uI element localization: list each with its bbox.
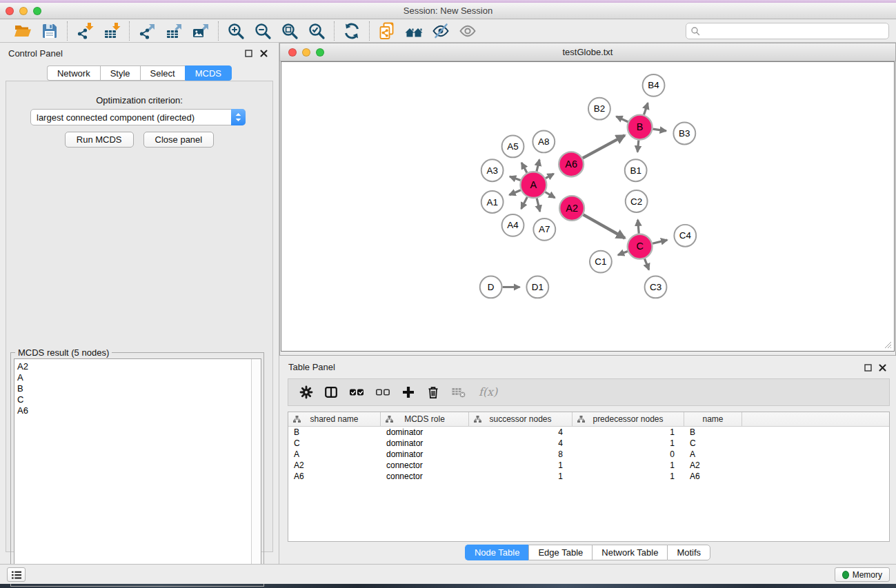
graph-node-B2[interactable]: B2	[588, 98, 610, 120]
graph-node-D[interactable]: D	[480, 276, 502, 298]
tab-network-table[interactable]: Network Table	[592, 545, 667, 560]
table-row[interactable]: A6connector11A6	[288, 471, 889, 482]
graph-node-C2[interactable]: C2	[626, 190, 648, 212]
graph-edge-B-B3[interactable]	[653, 129, 666, 131]
close-panel-button[interactable]: Close panel	[143, 132, 215, 148]
graph-node-C4[interactable]: C4	[674, 225, 696, 247]
search-box[interactable]	[686, 23, 889, 39]
graph-edge-B-B1[interactable]	[637, 140, 639, 152]
graph-edge-B-B2[interactable]	[616, 116, 628, 122]
graph-node-A3[interactable]: A3	[481, 159, 504, 181]
graph-edge-C-C2[interactable]	[638, 220, 639, 234]
graph-edge-A-A2[interactable]	[545, 192, 555, 198]
float-table-panel-icon[interactable]	[863, 363, 873, 373]
table-row[interactable]: Bdominator41B	[288, 427, 889, 438]
export-table-button[interactable]	[163, 21, 185, 41]
show-columns-button[interactable]	[324, 384, 338, 401]
column-header-shared-name[interactable]: shared name	[288, 412, 381, 426]
graph-node-C[interactable]: C	[628, 234, 653, 259]
import-network-button[interactable]	[74, 21, 96, 41]
graph-edge-C-C1[interactable]	[618, 251, 628, 254]
graph-edge-A-A8[interactable]	[537, 160, 539, 172]
network-canvas[interactable]: AA1A2A3A4A5A6A7A8BB1B2B3B4CC1C2C3C4DD1	[281, 61, 895, 352]
graph-edge-A-A1[interactable]	[509, 190, 521, 195]
graph-edge-A2-C[interactable]	[584, 214, 625, 238]
column-header-name[interactable]: name	[684, 412, 742, 426]
graph-node-A8[interactable]: A8	[532, 131, 555, 153]
tab-motifs[interactable]: Motifs	[667, 545, 710, 560]
graph-node-C1[interactable]: C1	[590, 251, 612, 273]
open-file-button[interactable]	[12, 21, 34, 41]
select-all-columns-button[interactable]	[349, 384, 364, 401]
table-row[interactable]: Adominator80A	[288, 449, 889, 460]
criterion-dropdown[interactable]: largest connected component (directed)	[30, 109, 246, 125]
add-column-button[interactable]	[401, 384, 415, 401]
graph-node-A6[interactable]: A6	[559, 152, 584, 176]
result-list-scrollbar[interactable]	[251, 359, 261, 582]
mcds-result-item[interactable]: A	[17, 372, 251, 383]
column-header-predecessor-nodes[interactable]: predecessor nodes	[573, 412, 684, 426]
task-history-button[interactable]	[7, 567, 26, 582]
graph-edge-A6-B[interactable]	[583, 135, 625, 158]
save-session-button[interactable]	[39, 21, 61, 41]
graph-edge-A-A6[interactable]	[546, 174, 554, 178]
delete-column-button[interactable]	[426, 384, 440, 401]
table-row[interactable]: A2connector11A2	[288, 460, 889, 471]
clone-network-button[interactable]	[376, 21, 398, 41]
memory-button[interactable]: Memory	[835, 567, 890, 582]
graph-node-A4[interactable]: A4	[502, 214, 524, 236]
graph-edge-A-A7[interactable]	[537, 198, 540, 211]
graph-node-D1[interactable]: D1	[526, 276, 548, 298]
tab-mcds[interactable]: MCDS	[185, 65, 232, 81]
tab-select[interactable]: Select	[140, 65, 185, 81]
zoom-out-button[interactable]	[252, 21, 274, 41]
graph-node-A2[interactable]: A2	[559, 196, 584, 221]
mcds-result-item[interactable]: C	[17, 394, 251, 405]
zoom-selected-button[interactable]	[306, 21, 328, 41]
graph-node-B1[interactable]: B1	[625, 159, 647, 181]
column-header-mcds-role[interactable]: MCDS role	[381, 412, 469, 426]
graph-edge-C-C3[interactable]	[645, 258, 649, 270]
graph-edge-B-B4[interactable]	[644, 103, 648, 114]
graph-edge-A-A5[interactable]	[521, 163, 527, 173]
import-table-button[interactable]	[101, 21, 123, 41]
graph-node-C3[interactable]: C3	[645, 276, 667, 298]
export-image-button[interactable]	[190, 21, 212, 41]
tab-style[interactable]: Style	[100, 65, 140, 81]
home-button[interactable]	[403, 21, 425, 41]
mcds-result-item[interactable]: A6	[17, 405, 251, 416]
graph-node-B[interactable]: B	[628, 115, 653, 140]
graph-node-A1[interactable]: A1	[481, 191, 504, 213]
graph-node-A[interactable]: A	[520, 172, 546, 198]
graph-node-B3[interactable]: B3	[673, 123, 695, 145]
search-input[interactable]	[703, 24, 884, 38]
graph-node-B4[interactable]: B4	[643, 74, 665, 97]
table-row[interactable]: Cdominator41C	[288, 438, 889, 449]
mcds-result-item[interactable]: A2	[17, 361, 251, 372]
tab-node-table[interactable]: Node Table	[465, 545, 529, 560]
refresh-layout-button[interactable]	[341, 21, 363, 41]
zoom-fit-button[interactable]	[279, 21, 301, 41]
run-mcds-button[interactable]: Run MCDS	[65, 132, 134, 148]
tab-edge-table[interactable]: Edge Table	[528, 545, 592, 560]
hide-panels-button[interactable]	[430, 21, 452, 41]
table-settings-button[interactable]	[299, 384, 313, 401]
table-cell: 1	[573, 460, 684, 471]
zoom-in-button[interactable]	[225, 21, 247, 41]
tab-network[interactable]: Network	[47, 65, 100, 81]
graph-node-A5[interactable]: A5	[502, 135, 524, 157]
svg-text:D1: D1	[532, 282, 544, 292]
float-panel-icon[interactable]	[243, 48, 254, 59]
graph-edge-C-C4[interactable]	[653, 240, 667, 243]
column-header-successor-nodes[interactable]: successor nodes	[469, 412, 573, 426]
deselect-all-columns-button[interactable]	[375, 384, 390, 401]
svg-text:A7: A7	[539, 224, 550, 234]
graph-node-A7[interactable]: A7	[533, 219, 555, 241]
mcds-result-item[interactable]: B	[17, 383, 251, 394]
export-network-button[interactable]	[136, 21, 158, 41]
resize-grip-icon[interactable]	[884, 341, 892, 349]
graph-edge-A-A4[interactable]	[521, 197, 528, 209]
graph-edge-A-A3[interactable]	[510, 176, 521, 180]
close-table-panel-icon[interactable]	[877, 363, 888, 373]
close-panel-icon[interactable]	[259, 48, 269, 59]
